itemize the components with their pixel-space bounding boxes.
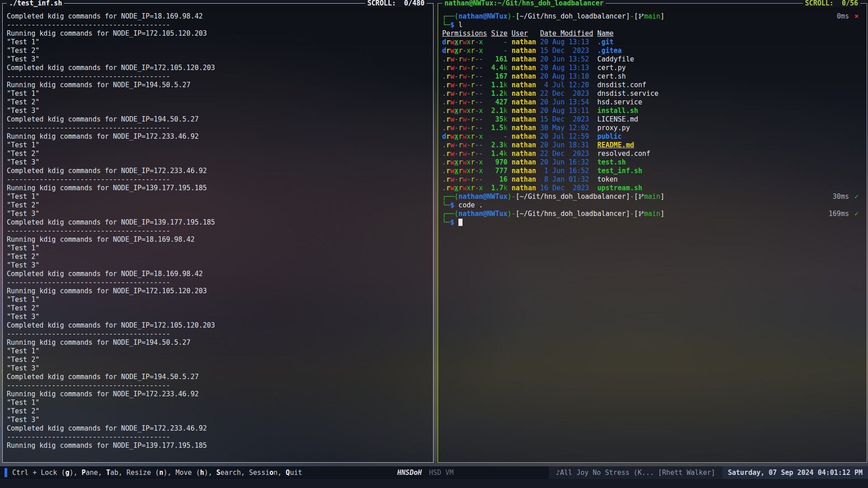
terminal-line: "Test 3" xyxy=(7,313,429,321)
listing-header: Permissions Size User Date Modified Name xyxy=(442,29,863,38)
file-row: .rw-rw-r-- 427 nathan 20 Jun 13:54 hsd.s… xyxy=(442,98,863,107)
tmux-desktop: ./test_inf.sh SCROLL: 0/480 Completed kd… xyxy=(0,0,868,488)
file-row: .rw-rw-r-- 1.4k nathan 22 Dec 2023 resol… xyxy=(442,150,863,158)
now-playing: ♪ All Joy No Stress (K... [Rhett Walker] xyxy=(549,466,722,479)
file-name[interactable]: test.sh xyxy=(597,158,626,166)
file-name[interactable]: cert.sh xyxy=(597,72,626,80)
terminal-line: "Test 3" xyxy=(7,210,429,218)
terminal-line: "Test 2" xyxy=(7,98,429,107)
terminal-line: Completed kdig commands for NODE_IP=172.… xyxy=(7,64,429,72)
terminal-line: "Test 2" xyxy=(7,150,429,158)
command-timing: 30ms✓ xyxy=(833,192,859,201)
file-name[interactable]: install.sh xyxy=(597,107,638,115)
prompt-line: ┌──(nathan@NWTux)-[~/Git/hns_doh_loadbal… xyxy=(442,12,863,21)
prefix-indicator xyxy=(5,468,7,477)
file-name[interactable]: .gitea xyxy=(597,47,622,55)
file-row: .rwxrwxr-x 970 nathan 20 Jun 16:32 test.… xyxy=(442,158,863,167)
pane-test-script[interactable]: ./test_inf.sh SCROLL: 0/480 Completed kd… xyxy=(2,3,434,463)
terminal-line: "Test 2" xyxy=(7,407,429,416)
session-name: HNSDoH xyxy=(397,469,422,477)
terminal-line: Running kdig commands for NODE_IP=139.17… xyxy=(7,441,429,450)
file-name[interactable]: .git xyxy=(597,38,613,46)
terminal-line: "Test 2" xyxy=(7,356,429,364)
file-row: .rw-rw-r-- 16 nathan 8 Jan 01:32 token xyxy=(442,175,863,184)
terminal-line: Running kdig commands for NODE_IP=194.50… xyxy=(7,338,429,347)
terminal-cursor xyxy=(458,219,462,226)
terminal-line: "Test 1" xyxy=(7,347,429,356)
keybind-help: Ctrl + Lock (g), Pane, Tab, Resize (n), … xyxy=(12,469,302,477)
terminal-line: "Test 3" xyxy=(7,364,429,373)
terminal-line: Completed kdig commands for NODE_IP=172.… xyxy=(7,321,429,330)
terminal-line: Completed kdig commands for NODE_IP=172.… xyxy=(7,167,429,175)
terminal-line: ---------------------------------------- xyxy=(7,278,429,287)
file-row: .rw-rw-r-- 1.2k nathan 22 Dec 2023 dnsdi… xyxy=(442,89,863,98)
file-name[interactable]: resolved.conf xyxy=(597,150,650,158)
file-row: drwxrwxr-x - nathan 20 Jul 12:59 public xyxy=(442,132,863,141)
clock: Saturday, 07 Sep 2024 04:01:12 PM xyxy=(722,466,868,479)
prompt-line: ┌──(nathan@NWTux)-[~/Git/hns_doh_loadbal… xyxy=(442,192,863,201)
file-name[interactable]: README.md xyxy=(597,141,634,149)
prompt-line: ┌──(nathan@NWTux)-[~/Git/hns_doh_loadbal… xyxy=(442,210,863,218)
file-name[interactable]: cert.py xyxy=(597,64,626,72)
terminal-line: Completed kdig commands for NODE_IP=139.… xyxy=(7,218,429,227)
terminal-line: "Test 2" xyxy=(7,253,429,261)
terminal-line: Running kdig commands for NODE_IP=172.23… xyxy=(7,132,429,141)
bottom-strip xyxy=(0,479,868,488)
file-name[interactable]: Caddyfile xyxy=(597,55,634,63)
pane-right-terminal-output[interactable]: ┌──(nathan@NWTux)-[~/Git/hns_doh_loadbal… xyxy=(438,4,867,462)
file-name[interactable]: proxy.py xyxy=(597,124,630,132)
terminal-line: "Test 1" xyxy=(7,89,429,98)
terminal-line: Completed kdig commands for NODE_IP=172.… xyxy=(7,424,429,433)
terminal-line: ---------------------------------------- xyxy=(7,330,429,338)
file-name[interactable]: upstream.sh xyxy=(597,184,642,192)
terminal-line: "Test 3" xyxy=(7,55,429,64)
file-row: .rw-rw-r-- 167 nathan 20 Aug 13:10 cert.… xyxy=(442,72,863,81)
terminal-line: "Test 1" xyxy=(7,192,429,201)
command-line: └─$ xyxy=(442,218,863,227)
terminal-line: Running kdig commands for NODE_IP=18.169… xyxy=(7,235,429,244)
file-row: .rw-rw-r-- 35k nathan 15 Dec 2023 LICENS… xyxy=(442,115,863,124)
terminal-line: "Test 3" xyxy=(7,107,429,115)
file-name[interactable]: hsd.service xyxy=(597,98,642,106)
terminal-line: "Test 2" xyxy=(7,304,429,313)
file-name[interactable]: dnsdist.service xyxy=(597,89,658,98)
command-line: └─$ l xyxy=(442,21,863,29)
file-name[interactable]: public xyxy=(597,132,622,141)
file-row: .rwxrwxr-x 1.7k nathan 16 Dec 2023 upstr… xyxy=(442,184,863,192)
file-row: .rw-rw-r-- 1.1k nathan 4 Jul 12:20 dnsdi… xyxy=(442,81,863,89)
file-name[interactable]: dnsdist.conf xyxy=(597,81,646,89)
music-note-icon: ♪ xyxy=(556,469,560,477)
terminal-line: ---------------------------------------- xyxy=(7,21,429,29)
pane-shell[interactable]: nathan@NWTux:~/Git/hns_doh_loadbalancer … xyxy=(438,3,867,463)
terminal-line: "Test 3" xyxy=(7,261,429,270)
terminal-line: "Test 1" xyxy=(7,244,429,253)
file-name[interactable]: token xyxy=(597,175,618,183)
file-row: .rw-rw-r-- 4.4k nathan 20 Aug 13:13 cert… xyxy=(442,64,863,72)
file-row: .rwxrwxr-x 777 nathan 1 Jun 16:52 test_i… xyxy=(442,167,863,175)
terminal-line: "Test 3" xyxy=(7,416,429,424)
terminal-line: Completed kdig commands for NODE_IP=18.1… xyxy=(7,270,429,278)
terminal-line: Running kdig commands for NODE_IP=139.17… xyxy=(7,184,429,192)
file-name[interactable]: test_inf.sh xyxy=(597,167,642,175)
terminal-line: "Test 1" xyxy=(7,296,429,304)
command-timing: 0ms× xyxy=(837,12,859,21)
file-row: drwxr-xr-x - nathan 15 Dec 2023 .gitea xyxy=(442,47,863,55)
terminal-line: ---------------------------------------- xyxy=(7,227,429,235)
terminal-line: "Test 2" xyxy=(7,47,429,55)
pane-left-terminal-output[interactable]: Completed kdig commands for NODE_IP=18.1… xyxy=(3,4,433,462)
terminal-line: Running kdig commands for NODE_IP=172.10… xyxy=(7,287,429,296)
terminal-line: ---------------------------------------- xyxy=(7,72,429,81)
terminal-line: Completed kdig commands for NODE_IP=18.1… xyxy=(7,12,429,21)
command-line: └─$ code . xyxy=(442,201,863,210)
terminal-line: "Test 1" xyxy=(7,38,429,47)
file-row: drwxrwxr-x - nathan 20 Aug 13:13 .git xyxy=(442,38,863,47)
terminal-line: ---------------------------------------- xyxy=(7,381,429,390)
terminal-line: "Test 2" xyxy=(7,201,429,210)
command-timing: 169ms✓ xyxy=(829,210,859,218)
file-name[interactable]: LICENSE.md xyxy=(597,115,638,123)
host-label: HSD VM xyxy=(429,469,453,477)
file-row: .rw-rw-r-- 1.5k nathan 30 May 12:02 prox… xyxy=(442,124,863,132)
terminal-line: "Test 1" xyxy=(7,399,429,407)
terminal-line: Completed kdig commands for NODE_IP=194.… xyxy=(7,115,429,124)
terminal-line: ---------------------------------------- xyxy=(7,175,429,184)
